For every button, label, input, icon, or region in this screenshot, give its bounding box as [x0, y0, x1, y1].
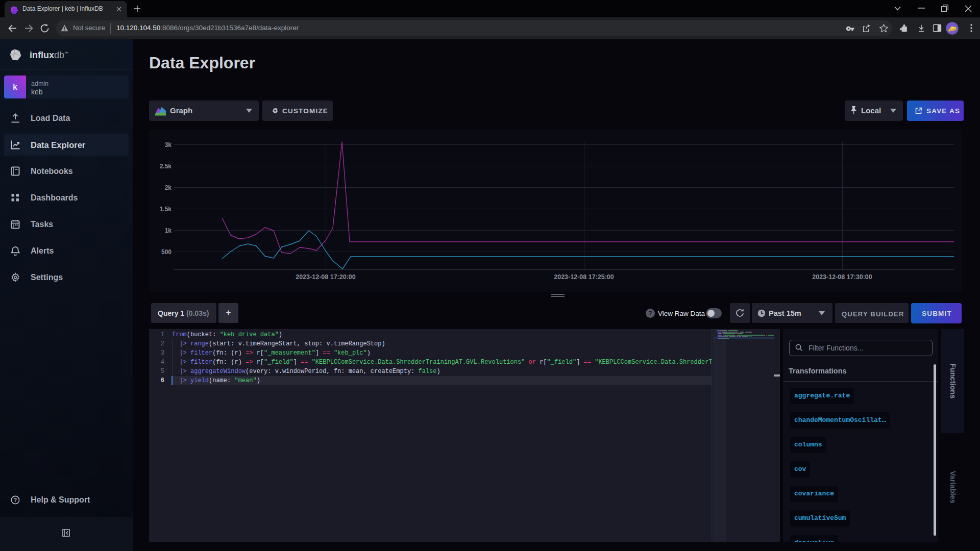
- svg-text:2023-12-08 17:20:00: 2023-12-08 17:20:00: [296, 273, 355, 281]
- svg-text:2.5k: 2.5k: [160, 163, 172, 170]
- svg-text:2023-12-08 17:30:00: 2023-12-08 17:30:00: [812, 273, 872, 281]
- svg-text:2023-12-08 17:25:00: 2023-12-08 17:25:00: [554, 273, 614, 281]
- svg-text:500: 500: [161, 248, 172, 256]
- svg-text:1k: 1k: [165, 227, 172, 234]
- svg-text:1.5k: 1.5k: [160, 206, 172, 213]
- svg-text:3k: 3k: [165, 141, 172, 148]
- svg-text:2k: 2k: [165, 184, 172, 191]
- svg-text:?: ?: [14, 497, 17, 503]
